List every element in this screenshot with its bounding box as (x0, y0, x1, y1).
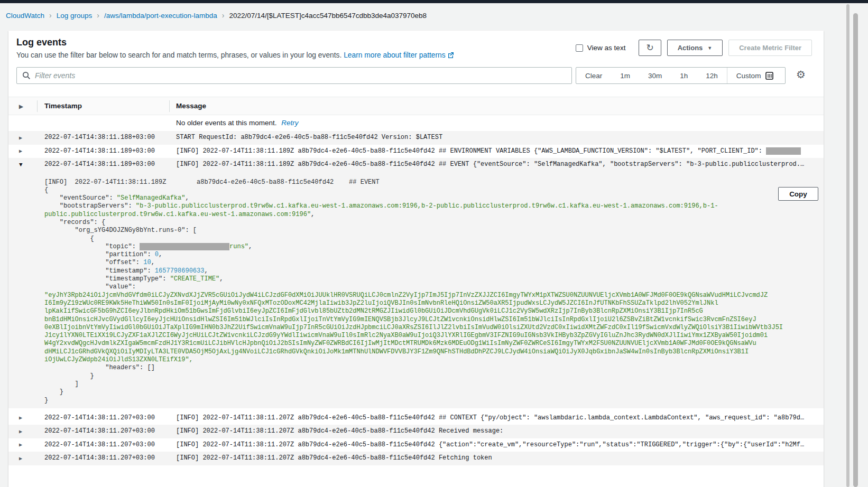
expand-row-icon[interactable]: ▶ (19, 135, 22, 141)
breadcrumb-link[interactable]: /aws/lambda/port-execution-lambda (104, 12, 217, 20)
detail-segment: , (311, 211, 315, 218)
breadcrumb-chevron-icon: › (97, 11, 99, 20)
detail-line: { (44, 235, 818, 243)
column-divider (169, 100, 170, 112)
message-cell: [INFO] 2022-07-14T11:38:11.207Z a8b79dc4… (176, 441, 823, 448)
detail-segment: W4gY2xvdWQgcHJvdmlkZXIgaW5mcmFzdHJ1Y3R1c… (44, 340, 756, 347)
detail-segment: { (44, 235, 94, 242)
timestamp-cell: 2022-07-14T14:38:11.207+03:00 (44, 441, 155, 448)
expand-row-icon[interactable]: ▶ (19, 415, 22, 421)
detail-segment: "SelfManagedKafka" (117, 194, 186, 202)
timestamp-cell: 2022-07-14T14:38:11.207+03:00 (44, 427, 155, 435)
detail-segment: "b-3-public.publicclusterprod.t9rw6w.c1.… (136, 202, 718, 210)
detail-segment: "records": { (44, 219, 105, 226)
expanded-event-detail: [INFO] 2022-07-14T11:38:11.189Z a8b79dc4… (8, 172, 824, 408)
detail-segment: 1657798690633 (155, 267, 205, 275)
actions-button[interactable]: Actions ▼ (667, 40, 723, 56)
create-metric-filter-button[interactable]: Create Metric Filter (728, 40, 812, 56)
expand-row-icon[interactable]: ▶ (19, 442, 22, 448)
message-cell: [INFO] 2022-07-14T11:38:11.189Z a8b79dc4… (176, 147, 823, 155)
detail-segment: "bootstrapServers": (44, 202, 136, 210)
time-range-control: Clear 1m 30m 1h 12h Custom (576, 67, 786, 84)
detail-segment: lpKakIifSwicGF5bG9hZCI6eyJlbnRpdHkiOm51b… (44, 307, 703, 315)
expand-row-icon[interactable]: ▶ (19, 455, 22, 462)
detail-line: dHMiLCJ1cGRhdGVkQXQiOiIyMDIyLTA3LTE0VDA5… (44, 348, 818, 356)
message-cell: [INFO] 2022-07-14T11:38:11.189Z a8b79dc4… (176, 161, 823, 168)
time-range-clear[interactable]: Clear (576, 68, 611, 83)
detail-segment: "eyJhY3Rpb24iOiJjcmVhdGVfdm0iLCJyZXNvdXJ… (44, 292, 768, 299)
detail-segment: iOjUwLCJyZWdpb24iOiJldS13ZXN0LTEifX19", (44, 356, 193, 363)
no-older-events-row: No older events at this moment. Retry (8, 115, 824, 131)
redaction-box (766, 147, 801, 155)
timestamp-cell: 2022-07-14T14:38:11.188+03:00 (44, 134, 155, 141)
filter-events-input[interactable]: Filter events (16, 67, 572, 84)
detail-segment: "eventSource": (44, 194, 117, 202)
detail-line: bnB1dHMiOnsicHJvcGVydGllcyI6eyJjcHUiOnsi… (44, 316, 818, 324)
time-range-1h[interactable]: 1h (671, 68, 697, 83)
filter-events-placeholder: Filter events (35, 71, 75, 80)
search-icon (22, 71, 31, 80)
learn-more-link[interactable]: Learn more about filter patterns (344, 51, 454, 59)
time-range-30m[interactable]: 30m (639, 68, 671, 83)
detail-line: "org_sYG4DOJZNGy8bYnt.runs-0": [ (44, 227, 818, 235)
subtitle-text: You can use the filter bar below to sear… (16, 51, 341, 59)
breadcrumb-link[interactable]: CloudWatch (6, 12, 44, 20)
detail-line: lpKakIifSwicGF5bG9hZCI6eyJlbnRpdHkiOm51b… (44, 307, 818, 315)
scrollbar-thumb[interactable] (853, 13, 858, 487)
gear-icon[interactable]: ⚙ (796, 69, 806, 80)
detail-line: } (44, 397, 818, 405)
detail-segment: , (204, 267, 208, 275)
message-cell: [INFO] 2022-07-14T11:38:11.207Z a8b79dc4… (176, 414, 823, 422)
refresh-icon: ↻ (646, 42, 653, 53)
detail-segment: "timestampType": (44, 275, 170, 283)
detail-segment: "timestamp": (44, 267, 155, 275)
detail-line: } (44, 372, 818, 380)
expand-row-icon[interactable]: ▶ (19, 148, 22, 154)
log-events-panel: Log events You can use the filter bar be… (8, 31, 824, 487)
detail-line: "partition": 0, (44, 251, 818, 259)
detail-line: 0eXBlIjoibnVtYmVyIiwidGl0bGUiOiJTaXplIG9… (44, 324, 818, 332)
table-header: ▶ Timestamp Message (8, 97, 824, 115)
time-range-12h[interactable]: 12h (697, 68, 727, 83)
refresh-button[interactable]: ↻ (639, 40, 661, 56)
breadcrumb-chevron-icon: › (222, 11, 225, 20)
log-event-row: ▶2022-07-14T14:38:11.207+03:00[INFO] 202… (8, 438, 824, 452)
detail-segment: , (151, 259, 155, 266)
time-range-1m[interactable]: 1m (611, 68, 639, 83)
breadcrumb-current: 2022/07/14/[$LATEST]c4acc547bb6547cdbb3d… (229, 12, 427, 20)
time-range-custom[interactable]: Custom (727, 68, 779, 83)
breadcrumb: CloudWatch›Log groups›/aws/lambda/port-e… (0, 3, 846, 27)
retry-link[interactable]: Retry (281, 119, 298, 127)
expand-all-icon[interactable]: ▶ (19, 103, 23, 109)
no-older-events-text: No older events at this moment. (176, 119, 277, 127)
log-event-row: ▶2022-07-14T14:38:11.188+03:00START Requ… (8, 131, 824, 145)
message-cell: [INFO] 2022-07-14T11:38:11.207Z a8b79dc4… (176, 427, 823, 435)
log-events-table-body: No older events at this moment. Retry ▶2… (8, 115, 824, 465)
timestamp-cell: 2022-07-14T14:38:11.189+03:00 (44, 147, 155, 155)
detail-segment: "topic": (44, 243, 140, 250)
detail-segment: "CREATE_TIME" (170, 275, 220, 283)
detail-segment: } (44, 388, 63, 396)
detail-segment: [INFO] 2022-07-14T11:38:11.189Z a8b79dc4… (44, 179, 380, 186)
page-title: Log events (16, 37, 67, 48)
copy-button[interactable]: Copy (778, 187, 818, 201)
detail-segment: dHMiLCJ1cGRhdGVkQXQiOiIyMDIyLTA3LTE0VDA5… (44, 348, 749, 355)
detail-segment: } (44, 397, 48, 404)
detail-line: "value": (44, 283, 818, 291)
detail-segment: J1cy1lYXN0LTEiXX19LCJyZXF1aXJlZCI6WyJjcH… (44, 332, 768, 339)
detail-segment: 0 (155, 251, 159, 258)
view-as-text-label: View as text (587, 44, 626, 52)
detail-segment: "partition": (44, 251, 155, 258)
detail-line: "offset": 10, (44, 259, 818, 267)
detail-segment: 10 (143, 259, 151, 266)
expand-row-icon[interactable]: ▶ (19, 428, 22, 435)
view-as-text-checkbox[interactable] (576, 44, 583, 52)
collapse-row-icon[interactable]: ▼ (19, 162, 23, 168)
breadcrumb-link[interactable]: Log groups (57, 12, 93, 20)
detail-line: "eventSource": "SelfManagedKafka", (44, 194, 818, 202)
detail-segment: } (44, 372, 94, 380)
detail-segment: "headers": [] (44, 364, 155, 371)
calendar-icon (765, 72, 773, 80)
detail-segment: runs" (229, 243, 248, 250)
scrollbar-track[interactable] (846, 4, 849, 487)
